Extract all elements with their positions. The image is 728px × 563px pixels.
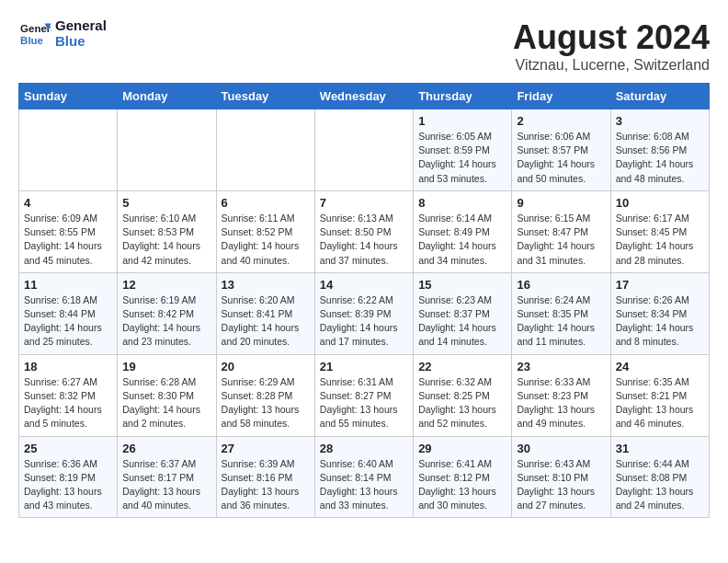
day-number: 30: [517, 442, 605, 455]
day-cell: 11Sunrise: 6:18 AMSunset: 8:44 PMDayligh…: [19, 272, 118, 354]
day-number: 24: [616, 360, 704, 373]
day-detail: Sunrise: 6:27 AMSunset: 8:32 PMDaylight:…: [24, 375, 112, 431]
day-detail: Sunrise: 6:22 AMSunset: 8:39 PMDaylight:…: [320, 293, 408, 350]
day-cell: 19Sunrise: 6:28 AMSunset: 8:30 PMDayligh…: [118, 354, 216, 436]
day-detail: Sunrise: 6:13 AMSunset: 8:50 PMDaylight:…: [320, 212, 408, 268]
day-cell: 30Sunrise: 6:43 AMSunset: 8:10 PMDayligh…: [512, 436, 610, 518]
day-detail: Sunrise: 6:23 AMSunset: 8:37 PMDaylight:…: [418, 293, 506, 350]
day-header-tuesday: Tuesday: [216, 84, 314, 109]
day-number: 12: [122, 278, 210, 292]
day-cell: 9Sunrise: 6:15 AMSunset: 8:47 PMDaylight…: [512, 190, 610, 272]
day-number: 16: [517, 278, 605, 292]
day-number: 28: [320, 442, 408, 455]
day-cell: 12Sunrise: 6:19 AMSunset: 8:42 PMDayligh…: [118, 272, 216, 354]
day-cell: 27Sunrise: 6:39 AMSunset: 8:16 PMDayligh…: [216, 436, 314, 518]
day-number: 18: [24, 360, 112, 373]
day-detail: Sunrise: 6:09 AMSunset: 8:55 PMDaylight:…: [24, 212, 112, 268]
day-cell: 25Sunrise: 6:36 AMSunset: 8:19 PMDayligh…: [19, 436, 118, 518]
day-detail: Sunrise: 6:43 AMSunset: 8:10 PMDaylight:…: [517, 457, 605, 513]
day-cell: 4Sunrise: 6:09 AMSunset: 8:55 PMDaylight…: [19, 190, 118, 272]
day-cell: 3Sunrise: 6:08 AMSunset: 8:56 PMDaylight…: [610, 109, 709, 191]
day-detail: Sunrise: 6:17 AMSunset: 8:45 PMDaylight:…: [616, 212, 704, 268]
day-detail: Sunrise: 6:29 AMSunset: 8:28 PMDaylight:…: [222, 375, 310, 431]
day-cell: 2Sunrise: 6:06 AMSunset: 8:57 PMDaylight…: [512, 109, 610, 191]
day-header-wednesday: Wednesday: [314, 84, 413, 109]
title-block: August 2024 Vitznau, Lucerne, Switzerlan…: [513, 18, 710, 74]
logo-icon: General Blue: [18, 20, 51, 48]
day-detail: Sunrise: 6:05 AMSunset: 8:59 PMDaylight:…: [418, 130, 506, 186]
day-number: 31: [616, 442, 704, 455]
day-detail: Sunrise: 6:44 AMSunset: 8:08 PMDaylight:…: [616, 457, 704, 513]
day-cell: 8Sunrise: 6:14 AMSunset: 8:49 PMDaylight…: [414, 190, 512, 272]
day-number: 27: [222, 442, 310, 455]
day-detail: Sunrise: 6:41 AMSunset: 8:12 PMDaylight:…: [418, 457, 506, 513]
day-cell: 15Sunrise: 6:23 AMSunset: 8:37 PMDayligh…: [414, 272, 512, 354]
day-detail: Sunrise: 6:18 AMSunset: 8:44 PMDaylight:…: [24, 293, 112, 350]
calendar-table: SundayMondayTuesdayWednesdayThursdayFrid…: [18, 83, 710, 518]
day-detail: Sunrise: 6:40 AMSunset: 8:14 PMDaylight:…: [320, 457, 408, 513]
day-number: 5: [122, 196, 210, 210]
day-cell: 16Sunrise: 6:24 AMSunset: 8:35 PMDayligh…: [512, 272, 610, 354]
day-cell: 14Sunrise: 6:22 AMSunset: 8:39 PMDayligh…: [314, 272, 413, 354]
week-row-2: 4Sunrise: 6:09 AMSunset: 8:55 PMDaylight…: [19, 190, 710, 272]
day-header-thursday: Thursday: [414, 84, 512, 109]
day-cell: [118, 109, 216, 191]
day-number: 29: [418, 442, 506, 455]
svg-text:Blue: Blue: [20, 35, 43, 46]
day-detail: Sunrise: 6:32 AMSunset: 8:25 PMDaylight:…: [418, 375, 506, 431]
day-header-saturday: Saturday: [610, 84, 709, 109]
day-detail: Sunrise: 6:28 AMSunset: 8:30 PMDaylight:…: [122, 375, 210, 431]
day-number: 7: [320, 196, 408, 210]
day-cell: 29Sunrise: 6:41 AMSunset: 8:12 PMDayligh…: [414, 436, 512, 518]
day-detail: Sunrise: 6:15 AMSunset: 8:47 PMDaylight:…: [517, 212, 605, 268]
day-number: 19: [122, 360, 210, 373]
page-header: General Blue General Blue August 2024 Vi…: [18, 18, 710, 74]
day-detail: Sunrise: 6:37 AMSunset: 8:17 PMDaylight:…: [122, 457, 210, 513]
day-cell: 5Sunrise: 6:10 AMSunset: 8:53 PMDaylight…: [118, 190, 216, 272]
day-cell: [314, 109, 413, 191]
day-detail: Sunrise: 6:36 AMSunset: 8:19 PMDaylight:…: [24, 457, 112, 513]
day-cell: 7Sunrise: 6:13 AMSunset: 8:50 PMDaylight…: [314, 190, 413, 272]
day-detail: Sunrise: 6:24 AMSunset: 8:35 PMDaylight:…: [517, 293, 605, 350]
day-cell: 22Sunrise: 6:32 AMSunset: 8:25 PMDayligh…: [414, 354, 512, 436]
header-row: SundayMondayTuesdayWednesdayThursdayFrid…: [19, 84, 710, 109]
day-detail: Sunrise: 6:19 AMSunset: 8:42 PMDaylight:…: [122, 293, 210, 350]
day-header-friday: Friday: [512, 84, 610, 109]
day-detail: Sunrise: 6:06 AMSunset: 8:57 PMDaylight:…: [517, 130, 605, 186]
day-cell: 21Sunrise: 6:31 AMSunset: 8:27 PMDayligh…: [314, 354, 413, 436]
week-row-5: 25Sunrise: 6:36 AMSunset: 8:19 PMDayligh…: [19, 436, 710, 518]
day-number: 26: [122, 442, 210, 455]
logo-general: General: [55, 18, 107, 34]
day-detail: Sunrise: 6:08 AMSunset: 8:56 PMDaylight:…: [616, 130, 704, 186]
day-detail: Sunrise: 6:10 AMSunset: 8:53 PMDaylight:…: [122, 212, 210, 268]
day-cell: 6Sunrise: 6:11 AMSunset: 8:52 PMDaylight…: [216, 190, 314, 272]
calendar-body: 1Sunrise: 6:05 AMSunset: 8:59 PMDaylight…: [19, 109, 710, 518]
calendar-header: SundayMondayTuesdayWednesdayThursdayFrid…: [19, 84, 710, 109]
day-cell: 10Sunrise: 6:17 AMSunset: 8:45 PMDayligh…: [610, 190, 709, 272]
day-cell: 24Sunrise: 6:35 AMSunset: 8:21 PMDayligh…: [610, 354, 709, 436]
day-number: 2: [517, 114, 605, 128]
day-detail: Sunrise: 6:11 AMSunset: 8:52 PMDaylight:…: [222, 212, 310, 268]
day-number: 21: [320, 360, 408, 373]
day-detail: Sunrise: 6:39 AMSunset: 8:16 PMDaylight:…: [222, 457, 310, 513]
day-cell: 28Sunrise: 6:40 AMSunset: 8:14 PMDayligh…: [314, 436, 413, 518]
day-cell: [19, 109, 118, 191]
day-number: 9: [517, 196, 605, 210]
page-title: August 2024: [513, 18, 710, 57]
day-detail: Sunrise: 6:14 AMSunset: 8:49 PMDaylight:…: [418, 212, 506, 268]
day-cell: 1Sunrise: 6:05 AMSunset: 8:59 PMDaylight…: [414, 109, 512, 191]
logo: General Blue General Blue: [18, 18, 107, 49]
day-cell: 26Sunrise: 6:37 AMSunset: 8:17 PMDayligh…: [118, 436, 216, 518]
day-number: 23: [517, 360, 605, 373]
day-number: 3: [616, 114, 704, 128]
day-detail: Sunrise: 6:35 AMSunset: 8:21 PMDaylight:…: [616, 375, 704, 431]
day-cell: 13Sunrise: 6:20 AMSunset: 8:41 PMDayligh…: [216, 272, 314, 354]
logo-blue: Blue: [55, 34, 107, 50]
week-row-3: 11Sunrise: 6:18 AMSunset: 8:44 PMDayligh…: [19, 272, 710, 354]
day-cell: 18Sunrise: 6:27 AMSunset: 8:32 PMDayligh…: [19, 354, 118, 436]
page-subtitle: Vitznau, Lucerne, Switzerland: [513, 57, 710, 74]
day-cell: 20Sunrise: 6:29 AMSunset: 8:28 PMDayligh…: [216, 354, 314, 436]
day-number: 15: [418, 278, 506, 292]
week-row-1: 1Sunrise: 6:05 AMSunset: 8:59 PMDaylight…: [19, 109, 710, 191]
day-number: 1: [418, 114, 506, 128]
